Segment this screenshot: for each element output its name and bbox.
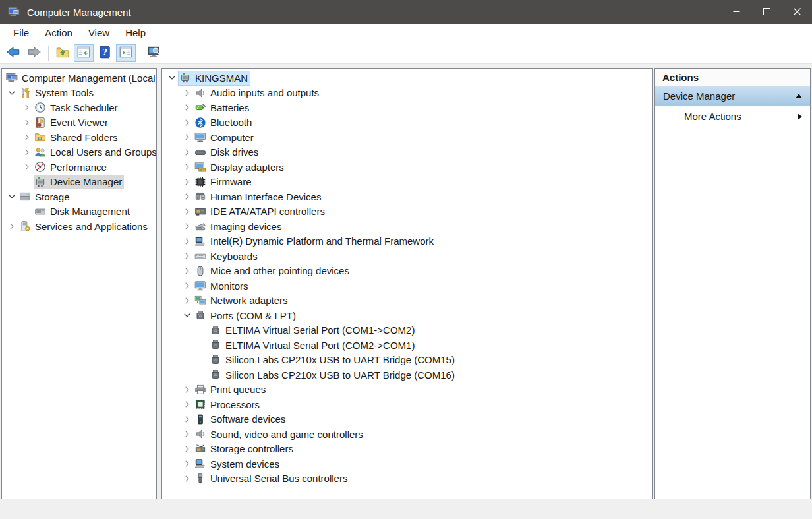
- menu-view[interactable]: View: [80, 24, 117, 42]
- network-icon: [194, 295, 206, 307]
- minimize-icon: [733, 7, 740, 17]
- actions-item-more-actions[interactable]: More Actions: [655, 106, 810, 127]
- chevron-right-icon[interactable]: [181, 294, 194, 307]
- tree-item-content: Computer: [194, 131, 256, 144]
- chevron-right-icon[interactable]: [181, 146, 194, 159]
- chevron-right-icon[interactable]: [181, 279, 194, 292]
- show-console-tree-button[interactable]: [74, 44, 94, 62]
- menu-action[interactable]: Action: [37, 24, 80, 42]
- tree-item-bluetooth[interactable]: Bluetooth: [162, 115, 652, 131]
- tree-item-imaging-devices[interactable]: Imaging devices: [162, 219, 652, 234]
- tree-item-audio-inputs-and-outputs[interactable]: Audio inputs and outputs: [162, 86, 652, 101]
- console-tree-toggle-icon: [76, 45, 91, 61]
- forward-arrow-icon: [26, 45, 42, 61]
- menu-file[interactable]: File: [5, 24, 37, 42]
- tree-item-universal-serial-bus-controllers[interactable]: Universal Serial Bus controllers: [162, 472, 652, 487]
- collapse-section-icon[interactable]: [796, 94, 802, 98]
- chevron-right-icon[interactable]: [181, 427, 194, 441]
- chevron-right-icon[interactable]: [5, 220, 18, 233]
- actions-section-device-manager[interactable]: Device Manager: [655, 86, 810, 106]
- imaging-icon: [194, 220, 206, 232]
- tree-item-kingsman[interactable]: KINGSMAN: [162, 71, 652, 86]
- forward-button[interactable]: [24, 44, 44, 62]
- chevron-right-icon[interactable]: [181, 398, 194, 411]
- tree-item-storage[interactable]: Storage: [2, 189, 156, 204]
- tree-item-disk-drives[interactable]: Disk drives: [162, 145, 652, 160]
- chevron-right-icon[interactable]: [181, 220, 194, 233]
- tree-item-performance[interactable]: Performance: [2, 160, 156, 175]
- help-button[interactable]: ?: [95, 44, 115, 62]
- chevron-right-icon[interactable]: [181, 175, 194, 189]
- chevron-right-icon[interactable]: [181, 383, 194, 396]
- chevron-right-icon[interactable]: [181, 205, 194, 218]
- tree-item-keyboards[interactable]: Keyboards: [162, 249, 652, 264]
- show-action-pane-button[interactable]: [116, 44, 136, 62]
- tree-item-human-interface-devices[interactable]: Human Interface Devices: [162, 189, 652, 204]
- tree-item-network-adapters[interactable]: Network adapters: [162, 293, 652, 309]
- tree-item-storage-controllers[interactable]: Storage controllers: [162, 442, 652, 457]
- chevron-right-icon[interactable]: [181, 190, 194, 203]
- tree-item-software-devices[interactable]: Software devices: [162, 412, 652, 427]
- tree-item-task-scheduler[interactable]: Task Scheduler: [2, 100, 156, 115]
- tree-item-intel-r-dynamic-platform-and-thermal-fra[interactable]: Intel(R) Dynamic Platform and Thermal Fr…: [162, 234, 652, 249]
- tree-item-computer[interactable]: Computer: [162, 130, 652, 145]
- chevron-right-icon[interactable]: [181, 264, 194, 278]
- tree-item-sound-video-and-game-controllers[interactable]: Sound, video and game controllers: [162, 427, 652, 442]
- tree-item-shared-folders[interactable]: Shared Folders: [2, 130, 156, 145]
- tree-item-services-and-applications[interactable]: Services and Applications: [2, 219, 156, 234]
- chevron-down-icon[interactable]: [165, 71, 179, 84]
- chevron-right-icon[interactable]: [20, 146, 34, 159]
- tree-item-system-tools[interactable]: System Tools: [2, 86, 156, 101]
- tree-item-device-manager[interactable]: Device Manager: [2, 175, 156, 190]
- chevron-right-icon[interactable]: [181, 457, 194, 470]
- chevron-right-icon[interactable]: [20, 116, 34, 129]
- chevron-right-icon[interactable]: [181, 472, 194, 485]
- chevron-right-icon[interactable]: [181, 86, 194, 100]
- chevron-right-icon[interactable]: [181, 443, 194, 456]
- tree-item-display-adapters[interactable]: Display adapters: [162, 160, 652, 175]
- close-button[interactable]: [782, 0, 812, 24]
- chevron-right-icon[interactable]: [20, 131, 34, 144]
- chevron-right-icon[interactable]: [181, 249, 194, 262]
- processor-icon: [194, 398, 206, 410]
- tree-item-ide-ata-atapi-controllers[interactable]: IDE ATA/ATAPI controllers: [162, 204, 652, 220]
- chevron-right-icon[interactable]: [181, 235, 194, 248]
- firmware-icon: [194, 176, 206, 188]
- tree-item-system-devices[interactable]: System devices: [162, 456, 652, 472]
- tree-item-eltima-virtual-serial-port-com2-com1[interactable]: ELTIMA Virtual Serial Port (COM2->COM1): [162, 338, 652, 353]
- chevron-right-icon[interactable]: [181, 131, 194, 144]
- tree-item-silicon-labs-cp210x-usb-to-uart-bridge-c[interactable]: Silicon Labs CP210x USB to UART Bridge (…: [162, 353, 652, 368]
- tree-item-processors[interactable]: Processors: [162, 397, 652, 412]
- menu-help[interactable]: Help: [117, 24, 154, 42]
- chevron-down-icon[interactable]: [5, 190, 18, 203]
- tree-item-label: Silicon Labs CP210x USB to UART Bridge (…: [225, 353, 455, 367]
- event-viewer-icon: [34, 117, 46, 129]
- tree-item-monitors[interactable]: Monitors: [162, 278, 652, 293]
- tree-item-mice-and-other-pointing-devices[interactable]: Mice and other pointing devices: [162, 264, 652, 279]
- tree-item-print-queues[interactable]: Print queues: [162, 382, 652, 398]
- tree-item-event-viewer[interactable]: Event Viewer: [2, 115, 156, 131]
- chevron-right-icon[interactable]: [181, 160, 194, 173]
- tree-item-batteries[interactable]: Batteries: [162, 100, 652, 115]
- tree-item-silicon-labs-cp210x-usb-to-uart-bridge-c[interactable]: Silicon Labs CP210x USB to UART Bridge (…: [162, 367, 652, 382]
- tree-item-ports-com-lpt[interactable]: Ports (COM & LPT): [162, 308, 652, 323]
- up-level-button[interactable]: [53, 44, 72, 62]
- chevron-right-icon[interactable]: [181, 413, 194, 426]
- tree-item-local-users-and-groups[interactable]: Local Users and Groups: [2, 145, 156, 160]
- tree-item-disk-management[interactable]: Disk Management: [2, 204, 156, 220]
- maximize-button[interactable]: [751, 0, 782, 24]
- chevron-right-icon[interactable]: [20, 160, 34, 173]
- tree-item-firmware[interactable]: Firmware: [162, 175, 652, 190]
- up-level-folder-icon: [55, 45, 70, 61]
- chevron-down-icon[interactable]: [181, 309, 194, 322]
- back-arrow-icon: [5, 45, 21, 61]
- chevron-right-icon[interactable]: [181, 101, 194, 114]
- scan-hardware-changes-button[interactable]: [144, 44, 164, 62]
- chevron-right-icon[interactable]: [20, 101, 34, 114]
- back-button[interactable]: [3, 44, 23, 62]
- tree-item-computer-management-local[interactable]: Computer Management (Local): [2, 71, 156, 86]
- chevron-down-icon[interactable]: [5, 86, 18, 100]
- minimize-button[interactable]: [721, 0, 751, 24]
- chevron-right-icon[interactable]: [181, 116, 194, 129]
- tree-item-eltima-virtual-serial-port-com1-com2[interactable]: ELTIMA Virtual Serial Port (COM1->COM2): [162, 323, 652, 338]
